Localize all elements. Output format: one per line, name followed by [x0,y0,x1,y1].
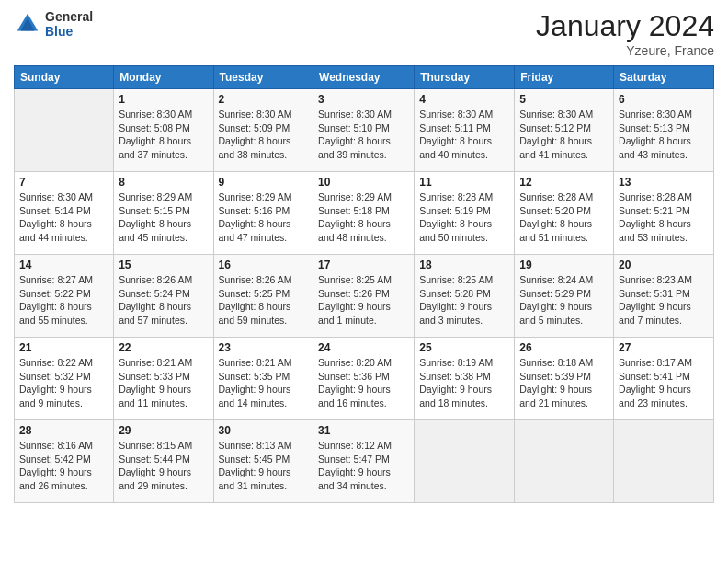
sunrise: Sunrise: 8:25 AM [419,273,509,287]
day-info: Sunrise: 8:29 AM Sunset: 5:16 PM Dayligh… [219,190,309,245]
sunrise: Sunrise: 8:30 AM [419,108,509,121]
col-tuesday: Tuesday [213,66,313,89]
daylight: Daylight: 8 hours and 41 minutes. [519,134,609,161]
header: General Blue January 2024 Yzeure, France [14,9,714,58]
day-info: Sunrise: 8:17 AM Sunset: 5:41 PM Dayligh… [619,356,709,410]
calendar-cell-w0-d6: 6 Sunrise: 8:30 AM Sunset: 5:13 PM Dayli… [614,89,714,172]
sunrise: Sunrise: 8:26 AM [119,273,208,287]
calendar-cell-w2-d4: 18 Sunrise: 8:25 AM Sunset: 5:28 PM Dayl… [415,255,515,338]
daylight: Daylight: 9 hours and 31 minutes. [219,465,309,492]
sunset: Sunset: 5:33 PM [119,370,208,384]
day-info: Sunrise: 8:19 AM Sunset: 5:38 PM Dayligh… [419,356,509,410]
calendar-cell-w4-d4 [415,420,515,503]
logo-general: General [45,9,93,24]
sunrise: Sunrise: 8:20 AM [318,356,409,370]
day-number: 31 [318,424,409,437]
sunset: Sunset: 5:38 PM [419,370,509,384]
day-number: 5 [519,93,609,106]
daylight: Daylight: 8 hours and 59 minutes. [219,300,309,327]
day-number: 21 [19,341,108,354]
calendar-cell-w3-d2: 23 Sunrise: 8:21 AM Sunset: 5:35 PM Dayl… [213,338,313,420]
daylight: Daylight: 9 hours and 9 minutes. [19,383,108,409]
day-info: Sunrise: 8:30 AM Sunset: 5:14 PM Dayligh… [19,190,108,245]
col-wednesday: Wednesday [313,66,415,89]
day-info: Sunrise: 8:30 AM Sunset: 5:13 PM Dayligh… [619,108,709,162]
day-number: 28 [19,424,108,437]
sunrise: Sunrise: 8:30 AM [219,108,309,121]
sunrise: Sunrise: 8:30 AM [19,190,108,204]
sunrise: Sunrise: 8:29 AM [219,190,309,204]
col-saturday: Saturday [614,66,714,89]
day-number: 3 [318,93,409,106]
daylight: Daylight: 9 hours and 34 minutes. [318,465,409,492]
calendar-cell-w4-d1: 29 Sunrise: 8:15 AM Sunset: 5:44 PM Dayl… [114,420,213,503]
sunset: Sunset: 5:14 PM [19,204,108,218]
sunset: Sunset: 5:42 PM [19,453,108,466]
calendar-cell-w2-d3: 17 Sunrise: 8:25 AM Sunset: 5:26 PM Dayl… [313,255,415,338]
day-number: 12 [519,176,609,189]
sunrise: Sunrise: 8:30 AM [519,108,609,121]
day-number: 11 [419,176,509,189]
day-number: 15 [119,259,208,271]
sunset: Sunset: 5:45 PM [219,453,309,466]
logo-blue: Blue [45,24,93,39]
sunset: Sunset: 5:25 PM [219,287,309,301]
sunset: Sunset: 5:11 PM [419,121,509,135]
sunset: Sunset: 5:24 PM [119,287,208,301]
sunset: Sunset: 5:15 PM [119,204,208,218]
title-block: January 2024 Yzeure, France [536,9,714,58]
day-info: Sunrise: 8:28 AM Sunset: 5:19 PM Dayligh… [419,190,509,245]
day-number: 1 [119,93,208,106]
calendar-header-row: Sunday Monday Tuesday Wednesday Thursday… [15,66,714,89]
day-info: Sunrise: 8:15 AM Sunset: 5:44 PM Dayligh… [119,439,208,493]
calendar-cell-w1-d3: 10 Sunrise: 8:29 AM Sunset: 5:18 PM Dayl… [313,172,415,255]
daylight: Daylight: 8 hours and 55 minutes. [19,300,108,327]
day-number: 25 [419,341,509,354]
sunrise: Sunrise: 8:29 AM [318,190,409,204]
daylight: Daylight: 8 hours and 53 minutes. [619,217,709,244]
col-sunday: Sunday [15,66,114,89]
day-info: Sunrise: 8:30 AM Sunset: 5:08 PM Dayligh… [119,108,208,162]
day-info: Sunrise: 8:16 AM Sunset: 5:42 PM Dayligh… [19,439,108,493]
calendar-table: Sunday Monday Tuesday Wednesday Thursday… [14,65,714,503]
day-number: 9 [219,176,309,189]
day-number: 10 [318,176,409,189]
page: General Blue January 2024 Yzeure, France… [0,0,728,563]
logo-icon [14,10,41,38]
sunset: Sunset: 5:44 PM [119,453,208,466]
day-number: 26 [519,341,609,354]
daylight: Daylight: 8 hours and 45 minutes. [119,217,208,244]
day-number: 22 [119,341,208,354]
day-number: 23 [219,341,309,354]
sunrise: Sunrise: 8:16 AM [19,439,108,453]
sunset: Sunset: 5:08 PM [119,121,208,135]
calendar-cell-w1-d4: 11 Sunrise: 8:28 AM Sunset: 5:19 PM Dayl… [415,172,515,255]
sunset: Sunset: 5:12 PM [519,121,609,135]
day-info: Sunrise: 8:27 AM Sunset: 5:22 PM Dayligh… [19,273,108,327]
sunrise: Sunrise: 8:23 AM [619,273,709,287]
calendar-cell-w1-d2: 9 Sunrise: 8:29 AM Sunset: 5:16 PM Dayli… [213,172,313,255]
sunset: Sunset: 5:47 PM [318,453,409,466]
calendar-cell-w2-d2: 16 Sunrise: 8:26 AM Sunset: 5:25 PM Dayl… [213,255,313,338]
day-number: 4 [419,93,509,106]
day-number: 18 [419,259,509,271]
day-info: Sunrise: 8:25 AM Sunset: 5:28 PM Dayligh… [419,273,509,327]
calendar-cell-w2-d0: 14 Sunrise: 8:27 AM Sunset: 5:22 PM Dayl… [15,255,114,338]
sunrise: Sunrise: 8:30 AM [318,108,409,121]
logo: General Blue [14,9,93,39]
calendar-cell-w2-d6: 20 Sunrise: 8:23 AM Sunset: 5:31 PM Dayl… [614,255,714,338]
calendar-cell-w3-d1: 22 Sunrise: 8:21 AM Sunset: 5:33 PM Dayl… [114,338,213,420]
daylight: Daylight: 8 hours and 38 minutes. [219,134,309,161]
calendar-cell-w4-d5 [515,420,614,503]
sunset: Sunset: 5:19 PM [419,204,509,218]
sunset: Sunset: 5:10 PM [318,121,409,135]
day-info: Sunrise: 8:18 AM Sunset: 5:39 PM Dayligh… [519,356,609,410]
sunrise: Sunrise: 8:26 AM [219,273,309,287]
sunrise: Sunrise: 8:12 AM [318,439,409,453]
daylight: Daylight: 8 hours and 37 minutes. [119,134,208,161]
sunrise: Sunrise: 8:28 AM [619,190,709,204]
week-row-2: 14 Sunrise: 8:27 AM Sunset: 5:22 PM Dayl… [15,255,714,338]
daylight: Daylight: 8 hours and 43 minutes. [619,134,709,161]
sunrise: Sunrise: 8:19 AM [419,356,509,370]
calendar-cell-w0-d2: 2 Sunrise: 8:30 AM Sunset: 5:09 PM Dayli… [213,89,313,172]
